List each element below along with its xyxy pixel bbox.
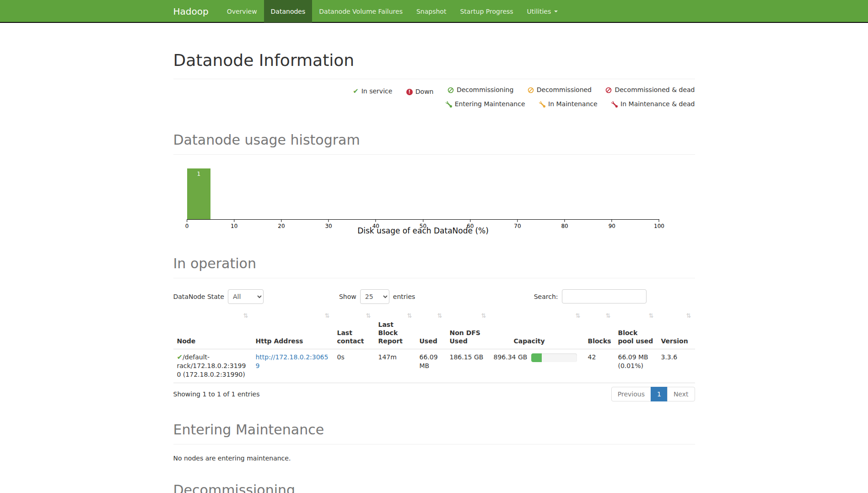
wrench-icon (539, 101, 545, 108)
search-label: Search: (534, 293, 558, 300)
column-header-http-address[interactable]: Http Address⇅ (252, 309, 334, 349)
next-page-button[interactable]: Next (667, 387, 695, 401)
nav-item-snapshot[interactable]: Snapshot (410, 0, 453, 22)
show-entries-select[interactable]: 25 (360, 289, 389, 304)
sort-icon[interactable]: ⇅ (686, 312, 691, 320)
x-axis-tick: 80 (561, 219, 568, 229)
showing-entries-text: Showing 1 to 1 of 1 entries (173, 390, 260, 398)
sort-icon[interactable]: ⇅ (437, 312, 442, 320)
page-1-button[interactable]: 1 (651, 387, 668, 401)
caret-down-icon (554, 11, 558, 12)
histogram-plot-area: 1 0 10 20 30 40 50 60 70 80 90 100 (187, 168, 659, 220)
x-axis-tick: 90 (609, 219, 615, 229)
cell-last-block-report: 147m (375, 349, 416, 383)
entering-maintenance-empty-message: No nodes are entering maintenance. (173, 455, 695, 462)
capacity-progress-bar (531, 353, 577, 362)
legend-decommissioning: Decommissioning (447, 84, 513, 96)
x-axis-tick: 10 (231, 219, 237, 229)
cell-version: 3.3.6 (658, 349, 695, 383)
column-header-last-block-report[interactable]: Last Block Report⇅ (375, 309, 416, 349)
divider (173, 278, 695, 278)
nav-list: Overview Datanodes Datanode Volume Failu… (220, 0, 565, 22)
column-header-last-contact[interactable]: Last contact⇅ (334, 309, 375, 349)
column-header-capacity[interactable]: Capacity⇅ (490, 309, 584, 349)
cell-http-address: http://172.18.0.2:30659 (252, 349, 334, 383)
in-operation-section-title: In operation (173, 255, 695, 271)
x-axis-tick: 0 (185, 219, 189, 229)
divider (173, 154, 695, 155)
search-input[interactable] (562, 289, 647, 303)
ban-circle-icon (528, 87, 534, 93)
column-header-blocks[interactable]: Blocks⇅ (584, 309, 615, 349)
legend-decommissioned: Decommissioned (528, 84, 592, 96)
search-group: Search: (534, 289, 647, 303)
show-entries-group: Show 25 entries (339, 289, 415, 304)
pagination: Previous 1 Next (612, 387, 695, 401)
show-label: Show (339, 293, 356, 300)
sort-icon[interactable]: ⇅ (407, 312, 412, 320)
decommissioning-section-title: Decommissioning (173, 482, 695, 493)
cell-used: 66.09 MB (416, 349, 446, 383)
top-navbar: Hadoop Overview Datanodes Datanode Volum… (0, 0, 868, 23)
legend-in-maintenance-dead: In Maintenance & dead (611, 98, 695, 110)
x-axis-tick: 70 (514, 219, 521, 229)
sort-icon[interactable]: ⇅ (576, 312, 581, 320)
check-icon: ✔ (177, 353, 183, 361)
column-header-non-dfs-used[interactable]: Non DFS Used⇅ (446, 309, 490, 349)
capacity-progress-fill (531, 353, 542, 362)
legend-in-service: ✔ In service (353, 85, 392, 98)
check-icon: ✔ (353, 85, 359, 98)
divider (173, 79, 695, 79)
table-controls: DataNode State All Show 25 entries Searc… (173, 289, 695, 304)
x-axis-tick: 50 (420, 219, 426, 229)
histogram-section-title: Datanode usage histogram (173, 132, 695, 148)
entries-label: entries (393, 293, 415, 300)
exclamation-circle-icon: ! (406, 89, 413, 95)
column-header-version[interactable]: Version⇅ (658, 309, 695, 349)
nav-item-utilities[interactable]: Utilities (520, 0, 565, 22)
legend-down: ! Down (406, 86, 434, 98)
sort-icon[interactable]: ⇅ (649, 312, 654, 320)
http-address-link[interactable]: http://172.18.0.2:30659 (256, 353, 329, 369)
sort-icon[interactable]: ⇅ (606, 312, 611, 320)
page-title: Datanode Information (173, 51, 695, 70)
sort-icon[interactable]: ⇅ (325, 312, 330, 320)
nav-item-overview[interactable]: Overview (220, 0, 264, 22)
divider (173, 444, 695, 444)
datanode-state-label: DataNode State (173, 293, 224, 300)
sort-icon[interactable]: ⇅ (243, 312, 248, 320)
cell-blocks: 42 (584, 349, 615, 383)
legend-entering-maintenance: Entering Maintenance (446, 98, 525, 110)
datanode-usage-histogram: 1 0 10 20 30 40 50 60 70 80 90 100 Disk … (173, 168, 695, 235)
column-header-used[interactable]: Used⇅ (416, 309, 446, 349)
wrench-icon (446, 101, 452, 108)
cell-node: ✔/default-rack/172.18.0.2:31990 (172.18.… (173, 349, 252, 383)
column-header-node[interactable]: Node⇅ (173, 309, 252, 349)
table-row: ✔/default-rack/172.18.0.2:31990 (172.18.… (173, 349, 695, 383)
nav-item-startup-progress[interactable]: Startup Progress (453, 0, 520, 22)
cell-non-dfs-used: 186.15 GB (446, 349, 490, 383)
sort-icon[interactable]: ⇅ (481, 312, 486, 320)
status-legend: ✔ In service ! Down Decommissioning Deco… (173, 84, 695, 112)
previous-page-button[interactable]: Previous (611, 387, 651, 401)
sort-icon[interactable]: ⇅ (366, 312, 371, 320)
x-axis-tick: 30 (325, 219, 332, 229)
datanode-state-select[interactable]: All (228, 289, 264, 304)
x-axis-tick: 60 (467, 219, 474, 229)
legend-decommissioned-dead: Decommissioned & dead (605, 84, 695, 96)
ban-circle-icon (605, 87, 612, 93)
cell-block-pool-used: 66.09 MB (0.01%) (615, 349, 658, 383)
brand-hadoop[interactable]: Hadoop (173, 0, 216, 22)
column-header-block-pool-used[interactable]: Block pool used⇅ (615, 309, 658, 349)
cell-last-contact: 0s (334, 349, 375, 383)
nav-item-utilities-label: Utilities (527, 8, 551, 15)
nav-item-datanodes[interactable]: Datanodes (264, 0, 313, 22)
x-axis-tick: 20 (278, 219, 285, 229)
wrench-icon (611, 101, 618, 108)
x-axis-tick: 40 (372, 219, 379, 229)
histogram-bar: 1 (187, 168, 211, 219)
nav-item-datanode-volume-failures[interactable]: Datanode Volume Failures (312, 0, 410, 22)
bar-value-label: 1 (197, 171, 200, 177)
table-footer: Showing 1 to 1 of 1 entries Previous 1 N… (173, 387, 695, 401)
entering-maintenance-section-title: Entering Maintenance (173, 422, 695, 438)
